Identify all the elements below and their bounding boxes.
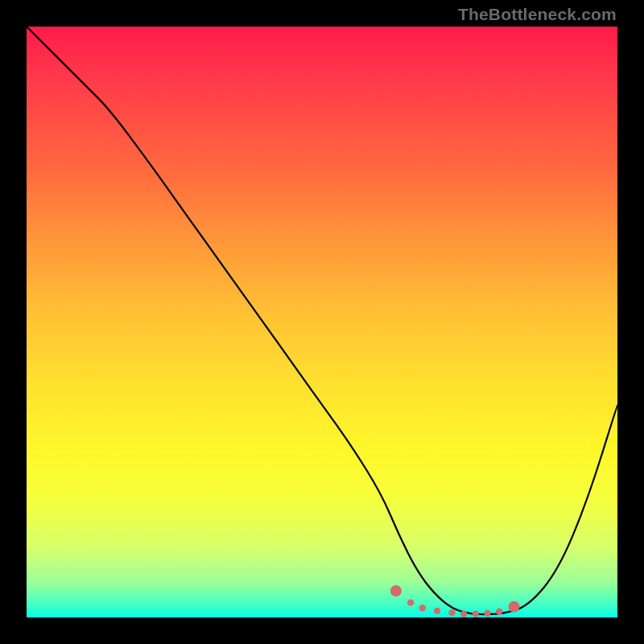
highlight-dot [390,585,402,597]
highlight-dot [473,610,479,617]
highlight-dot [407,599,414,605]
highlight-dot [419,605,426,611]
highlight-dot [434,608,440,614]
bottleneck-curve [27,27,617,614]
chart-frame: TheBottleneck.com [0,0,644,644]
highlight-dot [448,609,455,616]
highlight-points [390,585,520,617]
highlight-dot [460,610,467,617]
watermark-text: TheBottleneck.com [458,5,617,24]
plot-area [27,27,617,617]
highlight-dot [484,610,490,617]
highlight-dot [509,601,520,613]
curve-svg [27,27,617,617]
highlight-dot [496,609,502,615]
